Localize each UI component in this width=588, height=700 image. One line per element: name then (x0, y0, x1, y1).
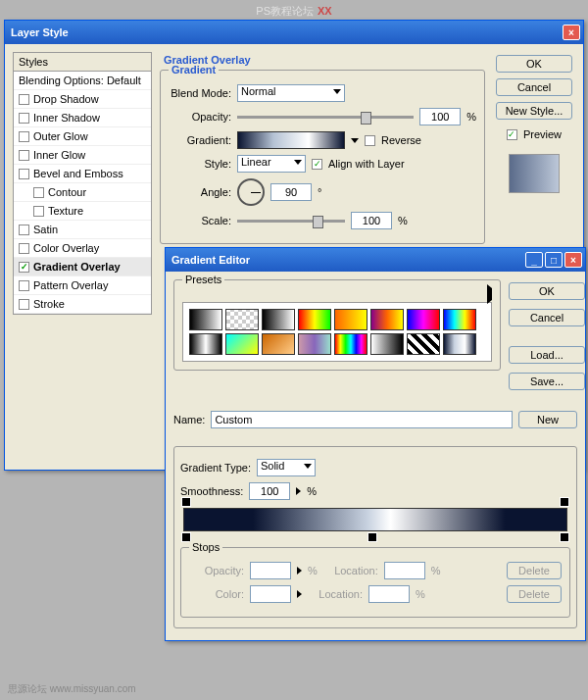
preview-checkbox[interactable]: ✓ (507, 129, 517, 140)
opacity-label: Opacity: (169, 111, 231, 123)
titlebar[interactable]: Gradient Editor _ □ × (166, 248, 585, 272)
new-button[interactable]: New (518, 411, 577, 428)
minimize-icon[interactable]: _ (525, 252, 543, 268)
style-checkbox[interactable] (19, 131, 29, 142)
stop-location-input (368, 585, 410, 603)
reverse-checkbox[interactable] (365, 135, 375, 146)
gradient-editor-dialog: Gradient Editor _ □ × Presets OK Cancel … (165, 247, 586, 641)
gradient-swatch[interactable] (237, 131, 345, 149)
preset-swatch[interactable] (262, 309, 295, 330)
reverse-label: Reverse (381, 134, 421, 146)
preset-swatch[interactable] (370, 333, 404, 355)
color-stop[interactable] (560, 532, 569, 542)
preset-swatch[interactable] (443, 333, 476, 355)
preset-swatch[interactable] (262, 333, 295, 355)
style-item[interactable]: Pattern Overlay (14, 276, 151, 295)
maximize-icon[interactable]: □ (545, 252, 563, 268)
presets-grid (182, 302, 492, 362)
preset-swatch[interactable] (334, 333, 368, 355)
presets-menu-icon[interactable] (487, 284, 492, 304)
cancel-button[interactable]: Cancel (509, 309, 585, 326)
stop-opacity-input (250, 562, 291, 579)
ok-button[interactable]: OK (496, 55, 572, 73)
style-label: Contour (48, 186, 86, 198)
align-checkbox[interactable]: ✓ (312, 159, 322, 170)
ok-button[interactable]: OK (509, 282, 585, 300)
watermark: PS教程论坛 XX (256, 2, 331, 19)
style-item[interactable]: Bevel and Emboss (14, 165, 151, 183)
style-item[interactable]: Inner Shadow (14, 109, 151, 127)
stop-color-label: Color: (189, 588, 244, 600)
style-checkbox[interactable] (19, 225, 29, 235)
save-button[interactable]: Save... (509, 373, 585, 390)
cancel-button[interactable]: Cancel (496, 78, 572, 96)
style-checkbox[interactable] (33, 187, 44, 198)
style-checkbox[interactable] (19, 150, 29, 161)
blending-options[interactable]: Blending Options: Default (14, 72, 151, 90)
smooth-label: Smoothness: (180, 485, 243, 497)
delete-button: Delete (507, 585, 562, 603)
style-label: Outer Glow (33, 130, 88, 142)
smooth-stepper-icon[interactable] (296, 487, 301, 495)
style-select[interactable]: Linear (237, 155, 306, 173)
opacity-input[interactable] (419, 108, 461, 125)
preset-swatch[interactable] (298, 333, 331, 355)
style-item[interactable]: ✓Gradient Overlay (14, 258, 151, 276)
style-item[interactable]: Drop Shadow (14, 90, 151, 109)
dialog-title: Gradient Editor (172, 254, 250, 266)
titlebar[interactable]: Layer Style × (5, 21, 583, 44)
scale-input[interactable] (351, 212, 392, 229)
opacity-stop[interactable] (560, 497, 569, 507)
new-style-button[interactable]: New Style... (496, 102, 572, 120)
preset-swatch[interactable] (370, 309, 404, 330)
preset-swatch[interactable] (298, 309, 331, 330)
opacity-slider[interactable] (237, 116, 414, 119)
preset-swatch[interactable] (443, 309, 476, 330)
preset-swatch[interactable] (334, 309, 368, 330)
preset-swatch[interactable] (189, 309, 222, 330)
style-checkbox[interactable] (19, 94, 29, 105)
preset-swatch[interactable] (225, 333, 259, 355)
style-item[interactable]: Outer Glow (14, 127, 151, 146)
style-checkbox[interactable] (19, 243, 29, 254)
style-item[interactable]: Texture (14, 202, 151, 221)
style-checkbox[interactable]: ✓ (19, 262, 29, 273)
preset-swatch[interactable] (189, 333, 222, 355)
close-icon[interactable]: × (563, 25, 580, 40)
style-label: Bevel and Emboss (33, 168, 123, 179)
style-item[interactable]: Color Overlay (14, 239, 151, 258)
style-checkbox[interactable] (19, 299, 29, 310)
close-icon[interactable]: × (564, 252, 582, 268)
style-item[interactable]: Contour (14, 183, 151, 202)
blendmode-select[interactable]: Normal (237, 84, 345, 102)
style-item[interactable]: Stroke (14, 295, 151, 314)
load-button[interactable]: Load... (509, 346, 585, 364)
style-label: Drop Shadow (33, 93, 99, 105)
name-input[interactable] (211, 411, 513, 428)
scale-slider[interactable] (237, 220, 345, 223)
preset-swatch[interactable] (225, 309, 259, 330)
style-item[interactable]: Satin (14, 221, 151, 239)
style-label: Stroke (33, 298, 65, 310)
gradient-dropdown-icon[interactable] (351, 138, 359, 143)
style-checkbox[interactable] (19, 280, 29, 291)
style-label: Color Overlay (33, 242, 99, 254)
style-checkbox[interactable] (33, 206, 44, 217)
style-label: Inner Shadow (33, 112, 100, 124)
angle-dial[interactable] (237, 178, 265, 206)
smooth-input[interactable] (249, 482, 290, 500)
style-item[interactable]: Inner Glow (14, 146, 151, 165)
scale-label: Scale: (169, 215, 231, 226)
style-checkbox[interactable] (19, 113, 29, 124)
styles-header[interactable]: Styles (14, 53, 151, 72)
color-stop[interactable] (368, 532, 377, 542)
gtype-select[interactable]: Solid (257, 459, 316, 476)
gradient-bar[interactable] (183, 508, 567, 531)
preset-swatch[interactable] (407, 309, 440, 330)
angle-input[interactable] (270, 183, 312, 201)
blendmode-label: Blend Mode: (169, 87, 231, 99)
preset-swatch[interactable] (407, 333, 440, 355)
opacity-stop[interactable] (181, 497, 191, 507)
style-checkbox[interactable] (19, 169, 29, 179)
footer-watermark: 思源论坛 www.missyuan.com (8, 682, 136, 696)
